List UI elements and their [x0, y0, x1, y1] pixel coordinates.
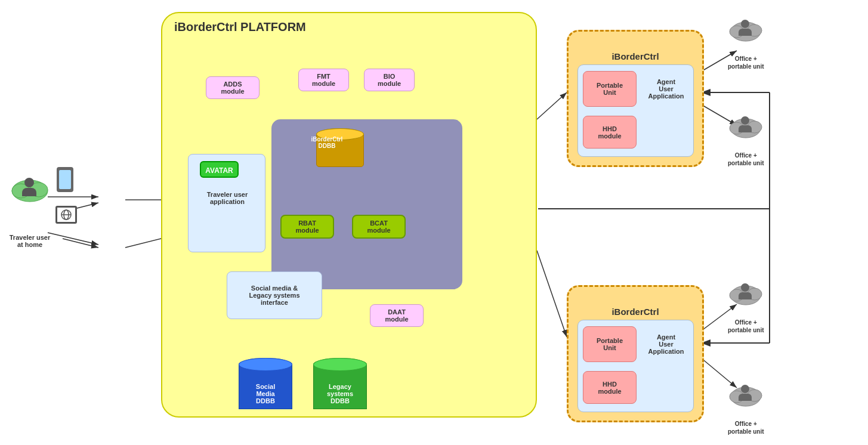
local-op-bottom-inner: Portable Unit Agent User Application HHD…	[577, 320, 694, 412]
local-op-top-inner: Portable Unit Agent User Application HHD…	[577, 64, 694, 157]
daat-module: DAAT module	[370, 304, 424, 327]
hhd-module-top: HHD module	[583, 116, 637, 149]
legacy-systems-ddbb: Legacy systems DDBB	[313, 358, 367, 418]
adds-module: ADDS module	[206, 76, 260, 99]
hhd-module-bottom: HHD module	[583, 371, 637, 404]
traveler-cloud-icon	[9, 173, 51, 206]
avatar-inner-label: AVATAR	[200, 161, 239, 178]
avatar-sublabel: Traveler user application	[190, 184, 265, 205]
office-label-4: Office + portable unit	[728, 412, 764, 435]
platform-title: iBorderCtrl PLATFORM	[174, 20, 548, 34]
fmt-module: FMT module	[298, 69, 349, 91]
office-person-2: Office + portable unit	[728, 113, 764, 167]
office-person-3: Office + portable unit	[728, 280, 764, 334]
local-op-top: iBorderCtrl local operation Portable Uni…	[567, 30, 704, 167]
globe-svg	[60, 209, 73, 220]
phone-icon	[57, 167, 73, 192]
agent-label-bottom: Agent User Application	[644, 326, 688, 362]
rbat-module: RBAT module	[280, 215, 334, 239]
bio-module: BIO module	[364, 69, 415, 91]
browser-icon	[55, 206, 77, 224]
office-label-1: Office + portable unit	[728, 47, 764, 70]
svg-line-24	[537, 251, 567, 337]
local-op-bottom: iBorderCtrl local operation Portable Uni…	[567, 285, 704, 422]
traveler-label: Traveler user at home	[9, 209, 51, 248]
svg-line-3	[63, 239, 98, 248]
svg-line-23	[537, 92, 567, 119]
portable-unit-bottom: Portable Unit	[583, 326, 637, 362]
social-media-ddbb: Social Media DDBB	[239, 358, 292, 418]
portable-unit-top: Portable Unit	[583, 71, 637, 107]
central-box	[271, 119, 462, 289]
agent-label-top: Agent User Application	[644, 71, 688, 107]
office-label-3: Office + portable unit	[728, 311, 764, 334]
svg-line-5	[48, 233, 98, 245]
iborderctrl-ddbb	[316, 128, 364, 173]
office-person-4: Office + portable unit	[728, 382, 764, 435]
office-person-1: Office + portable unit	[728, 17, 764, 70]
diagram-container: iBorderCtrl PLATFORM ADDS module FMT mod…	[0, 0, 868, 445]
bcat-module: BCAT module	[352, 215, 406, 239]
office-label-2: Office + portable unit	[728, 144, 764, 167]
traveler-section: Traveler user at home	[9, 173, 51, 248]
social-media-interface: Social media & Legacy systems interface	[227, 271, 322, 319]
